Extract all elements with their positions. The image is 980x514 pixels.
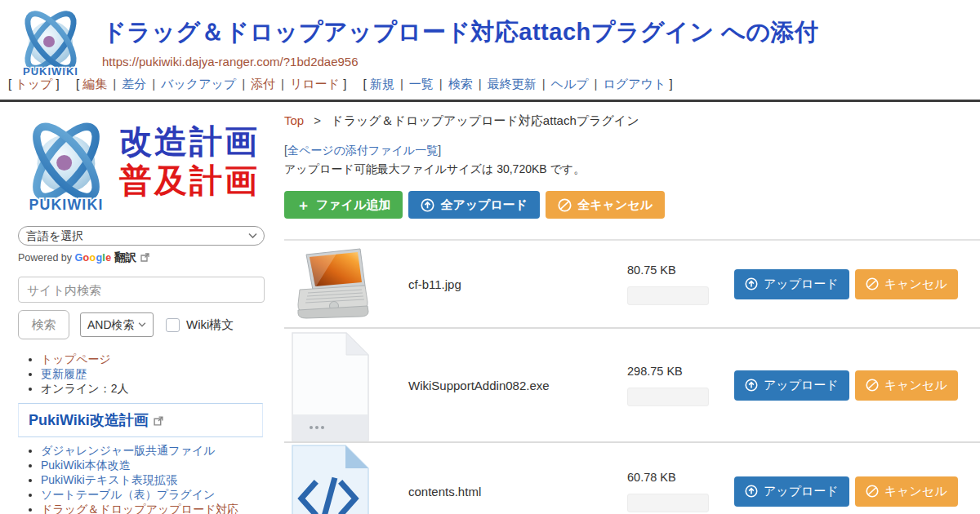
separator: |: [439, 77, 443, 91]
nav-item-backup[interactable]: バックアップ: [161, 77, 236, 91]
search-button[interactable]: 検索: [18, 310, 69, 339]
separator: |: [113, 77, 116, 91]
cancel-button[interactable]: キャンセル: [855, 476, 958, 507]
file-size-cell: 298.75 KB: [622, 365, 722, 406]
nav-item-diff[interactable]: 差分: [122, 77, 146, 91]
wiki-syntax-checkbox[interactable]: [166, 318, 180, 332]
banner-line-kaizo: 改造計画: [119, 122, 260, 161]
search-mode-value: AND検索: [87, 318, 135, 331]
file-name: contents.html: [408, 485, 622, 498]
upload-circle-icon: [745, 379, 758, 392]
nav-group-site: [ 新規|一覧|検索|最終更新|ヘルプ|ログアウト ]: [363, 77, 673, 91]
file-size: 60.78 KB: [627, 471, 722, 484]
ban-icon: [866, 379, 879, 392]
ban-icon: [558, 198, 572, 212]
cancel-button[interactable]: キャンセル: [855, 269, 958, 299]
nav-item-logout[interactable]: ログアウト: [604, 77, 666, 91]
bracket: ]: [669, 77, 672, 91]
plus-icon: ＋: [296, 198, 310, 212]
cancel-label: キャンセル: [884, 484, 947, 499]
nav-item-help[interactable]: ヘルプ: [551, 77, 589, 91]
cancel-all-label: 全キャンセル: [577, 197, 653, 213]
nav-item-attach[interactable]: 添付: [251, 77, 275, 91]
max-upload-size-text: アップロード可能最大ファイルサイズは 30,720KB です。: [284, 162, 980, 177]
google-logo: Google: [75, 252, 112, 264]
upload-button[interactable]: アップロード: [734, 476, 849, 507]
pukiwiki-attach-page: PUKIWIKI ドラッグ＆ドロップアップロード対応attachプラグイン への…: [0, 0, 980, 514]
breadcrumb-separator: >: [314, 113, 321, 127]
cancel-label: キャンセル: [884, 277, 947, 292]
breadcrumb-top-link[interactable]: Top: [284, 113, 304, 127]
sidebar-item-core-mod[interactable]: PukiWiki本体改造: [41, 459, 131, 472]
cancel-button[interactable]: キャンセル: [855, 370, 958, 401]
upload-label: アップロード: [764, 484, 839, 499]
sidebar: PUKIWIKI 改造計画 普及計画 言語を選択 Powered by Goog…: [0, 102, 271, 514]
pukiwiki-logo[interactable]: PUKIWIKI: [10, 5, 91, 83]
file-name: cf-b11.jpg: [408, 277, 622, 291]
page-title: ドラッグ＆ドロップアップロード対応attachプラグイン への添付: [102, 0, 980, 49]
file-size: 298.75 KB: [627, 365, 722, 378]
list-item: トップページ: [41, 353, 266, 366]
file-thumbnail-cell: [284, 442, 408, 514]
separator: |: [542, 77, 546, 91]
separator: |: [400, 77, 403, 91]
generic-file-icon: [292, 332, 369, 441]
translate-label[interactable]: 翻訳: [114, 251, 136, 264]
sidebar-item-sort-table[interactable]: ソートテーブル（表）プラグイン: [41, 488, 215, 501]
external-link-icon: [140, 253, 149, 262]
sidebar-quick-list: トップページ 更新履歴 オンライン：2人: [41, 353, 266, 395]
cancel-all-button[interactable]: 全キャンセル: [546, 191, 665, 219]
svg-text:PUKIWIKI: PUKIWIKI: [23, 65, 78, 78]
bracket: [: [363, 77, 367, 91]
upload-all-button[interactable]: 全アップロード: [408, 191, 540, 219]
upload-progress-bar: [627, 388, 709, 406]
atom-logo-icon: PUKIWIKI: [10, 5, 91, 80]
upload-button[interactable]: アップロード: [734, 370, 849, 401]
nav-item-new[interactable]: 新規: [370, 77, 394, 91]
translate-credit: Powered by Google 翻訳: [18, 250, 266, 265]
pukiwiki-kaizo-link[interactable]: PukiWiki改造計画: [29, 412, 149, 428]
powered-by-text: Powered by: [18, 252, 72, 264]
sidebar-item-text-ext[interactable]: PukiWikiテキスト表現拡張: [41, 473, 177, 486]
list-item: オンライン：2人: [41, 383, 266, 395]
sidebar-item-common-files[interactable]: ダジャレンジャー版共通ファイル: [41, 444, 216, 457]
sidebar-item-toppage[interactable]: トップページ: [41, 352, 111, 366]
file-thumbnail-cell: [284, 330, 408, 441]
sidebar-banner[interactable]: PUKIWIKI 改造計画 普及計画: [18, 113, 266, 221]
nav-item-recent[interactable]: 最終更新: [488, 77, 537, 91]
separator: |: [479, 77, 482, 91]
file-size-cell: 60.78 KB: [622, 471, 722, 512]
nav-item-search[interactable]: 検索: [448, 77, 473, 91]
upload-toolbar: ＋ ファイル追加 全アップロード 全キャンセル: [284, 191, 980, 219]
sidebar-item-recent-changes[interactable]: 更新履歴: [41, 367, 87, 380]
file-size: 80.75 KB: [627, 264, 722, 277]
file-row: contents.html 60.78 KB アップロード: [284, 443, 980, 514]
page-url-link[interactable]: https://pukiwiki.dajya-ranger.com/?1bd2d…: [102, 55, 359, 69]
file-row: WikiSupportAddin082.exe 298.75 KB アップロード: [284, 329, 980, 443]
header: PUKIWIKI ドラッグ＆ドロップアップロード対応attachプラグイン への…: [0, 0, 980, 102]
file-name: WikiSupportAddin082.exe: [408, 379, 622, 392]
upload-circle-icon: [745, 277, 758, 290]
sidebar-item-dnd-attach[interactable]: ドラッグ＆ドロップアップロード対応attachプラグイン: [41, 503, 238, 514]
external-link-icon: [154, 416, 163, 426]
separator: |: [281, 77, 284, 91]
nav-item-reload[interactable]: リロード: [290, 77, 340, 91]
site-search-input[interactable]: [18, 277, 265, 303]
all-pages-attach-link[interactable]: 全ページの添付ファイル一覧: [287, 144, 438, 157]
list-item: PukiWikiテキスト表現拡張: [41, 474, 266, 486]
banner-line-fukyu: 普及計画: [119, 161, 260, 200]
wiki-syntax-label: Wiki構文: [186, 317, 234, 333]
nav-item-list[interactable]: 一覧: [409, 77, 434, 91]
language-select[interactable]: 言語を選択: [18, 226, 265, 246]
upload-button[interactable]: アップロード: [734, 269, 849, 299]
upload-progress-bar: [627, 286, 709, 305]
search-mode-select[interactable]: AND検索: [80, 312, 154, 337]
nav-group-page: [ 編集|差分|バックアップ|添付|リロード ]: [76, 77, 350, 91]
upload-circle-icon: [745, 485, 758, 498]
online-count: オンライン：2人: [41, 382, 128, 395]
sidebar-links-list: ダジャレンジャー版共通ファイル PukiWiki本体改造 PukiWikiテキス…: [41, 445, 266, 514]
add-files-button[interactable]: ＋ ファイル追加: [284, 191, 403, 219]
bracket: ]: [343, 77, 346, 91]
add-files-label: ファイル追加: [316, 197, 390, 213]
top-navigation: [ トップ ] [ 編集|差分|バックアップ|添付|リロード ] [ 新規|一覧…: [8, 77, 980, 92]
